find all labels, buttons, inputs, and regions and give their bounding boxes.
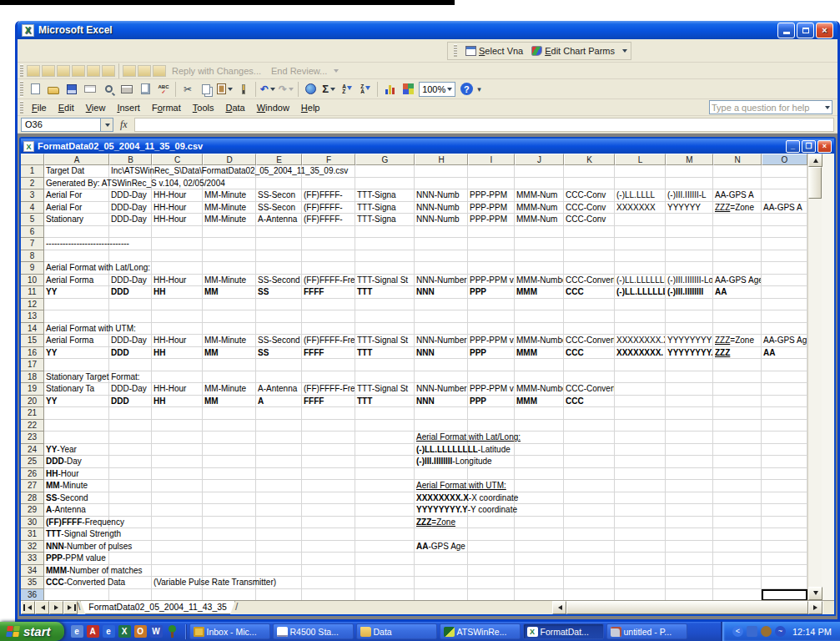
cell-N9[interactable]: [713, 262, 762, 275]
cell-D5[interactable]: MM-Minute: [203, 214, 256, 226]
row-header-34[interactable]: 34: [21, 565, 44, 578]
cell-L19[interactable]: [615, 383, 666, 396]
cell-H15[interactable]: NNN-Number: [415, 335, 468, 347]
cell-L15[interactable]: XXXXXXXX.X-X: [615, 335, 666, 347]
cell-L12[interactable]: [615, 299, 666, 311]
cell-C35[interactable]: (Variable Pulse Rate Transmitter): [152, 577, 203, 589]
cell-J17[interactable]: [515, 359, 564, 371]
column-header-M[interactable]: M: [666, 154, 713, 165]
row-header-23[interactable]: 23: [21, 432, 44, 444]
cell-G21[interactable]: [355, 407, 415, 420]
insert-function-button[interactable]: fx: [120, 119, 128, 131]
save-icon[interactable]: [63, 81, 80, 98]
quicklaunch-excel-icon[interactable]: X: [118, 625, 131, 638]
cell-B17[interactable]: [109, 359, 152, 371]
cell-K18[interactable]: [564, 371, 615, 384]
cell-A22[interactable]: [44, 420, 109, 432]
cell-I13[interactable]: [468, 310, 515, 323]
cell-I15[interactable]: PPP-PPM va: [468, 335, 515, 347]
cell-L10[interactable]: (-)LL.LLLLLLL: [615, 275, 666, 287]
menu-insert[interactable]: Insert: [111, 101, 146, 114]
cell-B29[interactable]: [109, 504, 152, 517]
menu-format[interactable]: Format: [146, 101, 187, 114]
cell-K9[interactable]: [564, 262, 615, 275]
cell-G11[interactable]: TTT: [355, 286, 415, 299]
cell-H24[interactable]: (-)LL.LLLLLLLL-Latitude: [415, 444, 468, 457]
cell-A16[interactable]: YY: [44, 347, 109, 360]
cell-L4[interactable]: XXXXXXX: [615, 202, 666, 215]
end-review-button[interactable]: End Review...: [271, 66, 327, 76]
cell-O27[interactable]: [762, 480, 807, 492]
cell-H22[interactable]: [415, 420, 468, 432]
cell-O23[interactable]: [762, 432, 807, 444]
cell-C26[interactable]: [152, 468, 203, 481]
cell-K2[interactable]: [564, 178, 615, 190]
cell-K31[interactable]: [564, 528, 615, 541]
cell-O9[interactable]: [762, 262, 807, 275]
edit-chart-parms-button[interactable]: Edit Chart Parms: [527, 44, 619, 58]
column-header-N[interactable]: N: [713, 154, 762, 165]
cell-B16[interactable]: DDD: [109, 347, 152, 360]
cell-D17[interactable]: [203, 359, 256, 371]
cell-J31[interactable]: [515, 528, 564, 541]
cell-D31[interactable]: [203, 528, 256, 541]
cell-I16[interactable]: PPP: [468, 347, 515, 360]
cell-M16[interactable]: YYYYYYYY.: [666, 347, 713, 360]
cell-H32[interactable]: AA-GPS Age: [415, 541, 468, 553]
cell-H35[interactable]: [415, 577, 468, 589]
menu-view[interactable]: View: [80, 101, 112, 114]
review-icon[interactable]: [102, 65, 115, 77]
cell-L6[interactable]: [615, 226, 666, 239]
cell-N29[interactable]: [713, 504, 762, 517]
cell-M5[interactable]: [666, 214, 713, 226]
cell-L5[interactable]: [615, 214, 666, 226]
cell-G6[interactable]: [355, 226, 415, 239]
row-header-33[interactable]: 33: [21, 553, 44, 565]
cell-A27[interactable]: MM-Minute: [44, 480, 109, 492]
cell-F5[interactable]: (FF)FFFF-: [302, 214, 355, 226]
cell-J29[interactable]: [515, 504, 564, 517]
cell-C31[interactable]: [152, 528, 203, 541]
cell-N19[interactable]: [713, 383, 762, 396]
cell-F25[interactable]: [302, 456, 355, 468]
cell-J28[interactable]: [515, 492, 564, 505]
cell-D25[interactable]: [203, 456, 256, 468]
cell-O35[interactable]: [762, 577, 807, 589]
cell-A23[interactable]: [44, 432, 109, 444]
new-icon[interactable]: [27, 81, 43, 98]
cell-M31[interactable]: [666, 528, 713, 541]
cell-H29[interactable]: YYYYYYYY.Y-Y coordinate: [415, 504, 468, 517]
cell-C8[interactable]: [152, 250, 203, 263]
menu-data[interactable]: Data: [219, 101, 250, 114]
cell-L9[interactable]: [615, 262, 666, 275]
cell-H25[interactable]: (-)III.IIIIIIII-Longitude: [415, 456, 468, 468]
cell-N34[interactable]: [713, 565, 762, 578]
redo-icon[interactable]: ↷: [278, 81, 294, 98]
cell-A19[interactable]: Stationary Ta: [44, 383, 109, 396]
cell-O1[interactable]: [762, 165, 807, 178]
cell-L1[interactable]: [615, 165, 666, 178]
cell-J25[interactable]: [515, 456, 564, 468]
column-header-D[interactable]: D: [203, 154, 256, 165]
cell-L34[interactable]: [615, 565, 666, 578]
name-box[interactable]: O36: [21, 118, 101, 132]
row-header-15[interactable]: 15: [21, 335, 44, 347]
cell-F35[interactable]: [302, 577, 355, 589]
cell-A21[interactable]: [44, 407, 109, 420]
cell-J5[interactable]: MMM-Num: [515, 214, 564, 226]
task-r4500[interactable]: R4500 Sta...: [273, 623, 354, 639]
row-header-24[interactable]: 24: [21, 444, 44, 457]
cell-A25[interactable]: DDD-Day: [44, 456, 109, 468]
cell-C15[interactable]: HH-Hour: [152, 335, 203, 347]
cell-L27[interactable]: [615, 480, 666, 492]
cell-L8[interactable]: [615, 250, 666, 263]
cell-D12[interactable]: [203, 299, 256, 311]
cell-L13[interactable]: [615, 310, 666, 323]
cell-M30[interactable]: [666, 517, 713, 529]
cell-C9[interactable]: [152, 262, 203, 275]
cell-E36[interactable]: [256, 589, 302, 601]
toolbar-options-icon[interactable]: ▾: [477, 85, 481, 93]
cell-D28[interactable]: [203, 492, 256, 505]
close-button[interactable]: ×: [816, 23, 833, 38]
cell-M33[interactable]: [666, 553, 713, 565]
